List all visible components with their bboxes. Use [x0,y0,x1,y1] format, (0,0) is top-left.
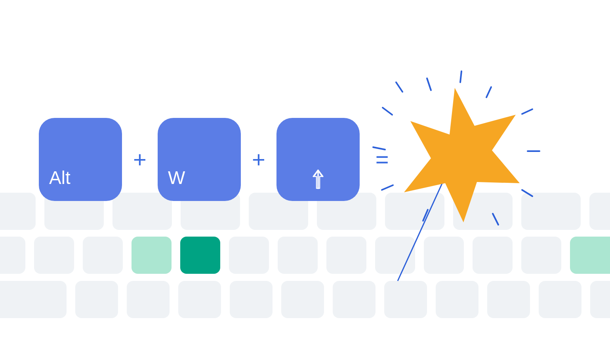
svg-line-2 [427,78,431,90]
bg-key [127,281,170,318]
bg-key [436,281,478,318]
svg-line-3 [460,71,461,82]
bg-key [278,237,318,274]
bg-key [589,193,610,230]
key-w: W [158,118,241,201]
key-alt: Alt [39,118,122,201]
svg-line-12 [383,108,392,115]
bg-key [539,281,581,318]
bg-key [424,237,464,274]
bg-key [521,193,581,230]
arrow-up-icon [313,169,324,189]
bg-key [83,237,123,274]
bg-key [75,281,118,318]
key-arrow-up [276,118,360,201]
bg-key [0,281,67,318]
svg-line-5 [522,109,532,114]
key-label: W [168,167,185,188]
bg-key [473,237,513,274]
bg-key-highlight-dark [180,237,220,274]
bg-key [230,281,273,318]
bg-key [281,281,324,318]
svg-line-4 [486,87,491,97]
bg-key [326,237,366,274]
key-label: Alt [49,167,71,188]
bg-key [521,237,561,274]
plus-icon: + [133,148,147,171]
bg-key [590,281,610,318]
bg-key [453,193,513,230]
bg-key [384,281,427,318]
bg-key-highlight-light [570,237,610,274]
svg-line-13 [396,82,402,92]
bg-key [385,193,444,230]
plus-icon: + [252,148,265,171]
bg-key [0,193,36,230]
bg-key [487,281,530,318]
bg-key [229,237,269,274]
bg-key-highlight-light [132,237,172,274]
shortcut-combination: Alt + W + = [39,118,386,201]
bg-key [375,237,415,274]
equals-icon: = [376,148,386,171]
keyboard-row-3 [0,281,610,318]
bg-key [34,237,74,274]
bg-key [0,237,25,274]
bg-key [178,281,221,318]
keyboard-row-2 [0,237,610,274]
bg-key [333,281,376,318]
